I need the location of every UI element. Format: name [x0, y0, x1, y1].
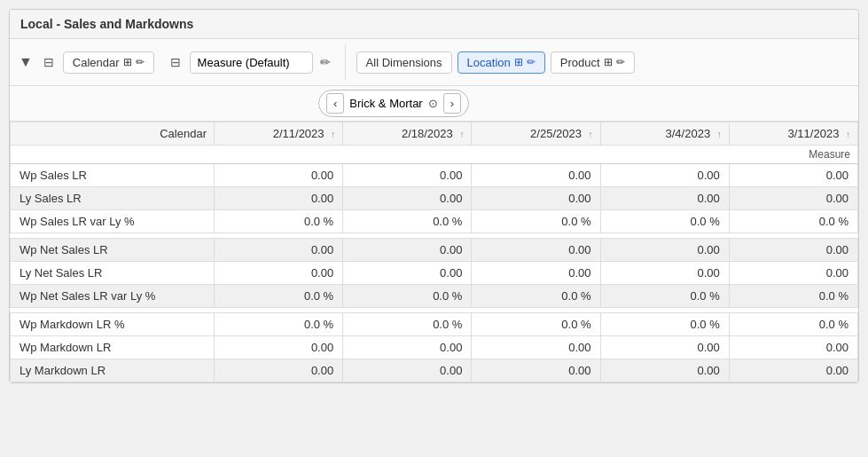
col-header-calendar: Calendar [11, 122, 215, 146]
cell-value: 0.00 [729, 336, 857, 359]
cell-value: 0.00 [343, 164, 472, 187]
cell-value: 0.00 [472, 262, 600, 285]
cell-value: 0.00 [729, 239, 857, 262]
toolbar-right: All Dimensions Location ⊞ ✏ Product ⊞ ✏ [356, 51, 851, 74]
cell-value: 0.0 % [472, 210, 600, 233]
sort-arrow-3: ↑ [589, 130, 593, 139]
row-label: Wp Sales LR [11, 164, 215, 187]
all-dimensions-button[interactable]: All Dimensions [356, 51, 452, 74]
measure-edit-button[interactable]: ✏ [317, 53, 334, 71]
cell-value: 0.0 % [600, 210, 729, 233]
cell-value: 0.0 % [729, 210, 857, 233]
breadcrumb-prev-button[interactable]: ‹ [326, 93, 344, 114]
location-label: Location [467, 56, 511, 69]
breadcrumb-label: Brick & Mortar [349, 97, 422, 110]
data-table-container: Calendar 2/11/2023 ↑ 2/18/2023 ↑ 2/25/20… [10, 122, 858, 382]
cell-value: 0.0 % [729, 285, 857, 308]
table-row: Wp Markdown LR0.000.000.000.000.00 [11, 336, 858, 359]
table-row: Wp Sales LR0.000.000.000.000.00 [11, 164, 858, 187]
cell-value: 0.0 % [729, 313, 857, 336]
col-header-2: 2/18/2023 ↑ [343, 122, 472, 146]
cell-value: 0.00 [472, 164, 600, 187]
cell-value: 0.00 [343, 262, 472, 285]
cell-value: 0.00 [215, 164, 343, 187]
sort-arrow-2: ↑ [459, 130, 464, 139]
cell-value: 0.00 [729, 164, 857, 187]
table-row: Ly Markdown LR0.000.000.000.000.00 [11, 359, 858, 382]
cell-value: 0.00 [600, 239, 729, 262]
row-label: Ly Net Sales LR [11, 262, 215, 285]
data-table: Calendar 2/11/2023 ↑ 2/18/2023 ↑ 2/25/20… [10, 122, 858, 382]
table-row: Ly Net Sales LR0.000.000.000.000.00 [11, 262, 858, 285]
location-button[interactable]: Location ⊞ ✏ [457, 51, 545, 74]
title-bar: Local - Sales and Markdowns [10, 10, 858, 39]
col-header-3: 2/25/2023 ↑ [472, 122, 600, 146]
calendar-edit-icon: ✏ [136, 56, 145, 68]
location-hierarchy-icon: ⊞ [514, 56, 523, 68]
calendar-button[interactable]: Calendar ⊞ ✏ [63, 51, 154, 74]
cell-value: 0.00 [343, 359, 472, 382]
row-label: Wp Sales LR var Ly % [11, 210, 215, 233]
cell-value: 0.00 [729, 262, 857, 285]
breadcrumb-nav: ‹ Brick & Mortar ⊙ › [318, 90, 469, 117]
product-edit-icon: ✏ [616, 56, 625, 68]
section-header-row: Measure [11, 146, 858, 164]
cell-value: 0.00 [600, 164, 729, 187]
cell-value: 0.00 [343, 239, 472, 262]
col-header-1: 2/11/2023 ↑ [215, 122, 343, 146]
collapse-button[interactable]: ▼ [17, 52, 35, 72]
cell-value: 0.0 % [343, 313, 472, 336]
target-icon: ⊙ [428, 97, 438, 110]
layout-icon: ⊟ [43, 55, 54, 69]
calendar-hierarchy-icon: ⊞ [123, 56, 132, 68]
section-header-label: Measure [11, 146, 858, 164]
table-row: Wp Net Sales LR0.000.000.000.000.00 [11, 239, 858, 262]
row-label: Ly Markdown LR [11, 359, 215, 382]
cell-value: 0.00 [215, 239, 343, 262]
cell-value: 0.0 % [600, 285, 729, 308]
col-header-5: 3/11/2023 ↑ [729, 122, 857, 146]
page-icon-button[interactable]: ⊟ [167, 53, 184, 71]
sort-arrow-5: ↑ [846, 130, 850, 139]
page-icon: ⊟ [170, 55, 181, 69]
cell-value: 0.00 [215, 187, 343, 210]
next-chevron-icon: › [450, 97, 454, 110]
all-dimensions-label: All Dimensions [366, 56, 442, 69]
toolbar-divider [345, 44, 346, 80]
table-row: Wp Sales LR var Ly %0.0 %0.0 %0.0 %0.0 %… [11, 210, 858, 233]
calendar-label: Calendar [73, 56, 120, 69]
product-button[interactable]: Product ⊞ ✏ [551, 51, 635, 74]
collapse-icon: ▼ [19, 54, 33, 69]
cell-value: 0.0 % [472, 313, 600, 336]
cell-value: 0.00 [729, 359, 857, 382]
sort-arrow-4: ↑ [717, 130, 722, 139]
row-label: Wp Net Sales LR [11, 239, 215, 262]
measure-edit-icon: ✏ [320, 55, 331, 69]
cell-value: 0.0 % [472, 285, 600, 308]
table-header-row: Calendar 2/11/2023 ↑ 2/18/2023 ↑ 2/25/20… [11, 122, 858, 146]
measure-select[interactable]: Measure (Default) [190, 51, 313, 74]
cell-value: 0.0 % [215, 313, 343, 336]
cell-value: 0.00 [215, 359, 343, 382]
cell-value: 0.0 % [343, 285, 472, 308]
product-label: Product [560, 56, 600, 69]
col-header-4: 3/4/2023 ↑ [600, 122, 729, 146]
table-row: Wp Markdown LR %0.0 %0.0 %0.0 %0.0 %0.0 … [11, 313, 858, 336]
main-window: Local - Sales and Markdowns ▼ ⊟ Calendar… [9, 9, 859, 383]
cell-value: 0.00 [600, 336, 729, 359]
cell-value: 0.00 [472, 336, 600, 359]
row-label: Wp Net Sales LR var Ly % [11, 285, 215, 308]
cell-value: 0.00 [472, 359, 600, 382]
product-hierarchy-icon: ⊞ [604, 56, 613, 68]
breadcrumb-row: ‹ Brick & Mortar ⊙ › [10, 86, 858, 122]
cell-value: 0.00 [729, 187, 857, 210]
cell-value: 0.00 [472, 187, 600, 210]
cell-value: 0.00 [600, 187, 729, 210]
cell-value: 0.00 [472, 239, 600, 262]
cell-value: 0.0 % [215, 210, 343, 233]
breadcrumb-next-button[interactable]: › [443, 93, 461, 114]
sort-arrow-1: ↑ [331, 130, 335, 139]
measure-select-wrap: Measure (Default) ✏ [190, 51, 334, 74]
row-label: Wp Markdown LR % [11, 313, 215, 336]
layout-icon-button[interactable]: ⊟ [40, 53, 58, 71]
